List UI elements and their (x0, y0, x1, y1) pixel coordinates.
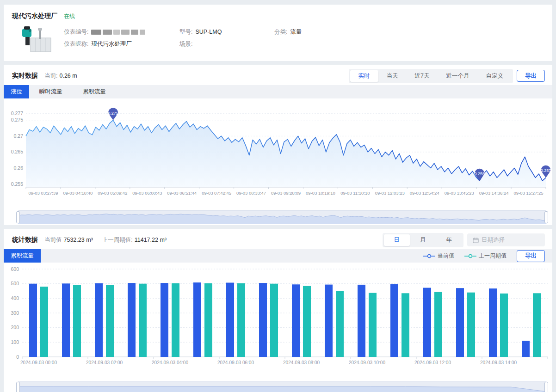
metric-tab-cumulative[interactable]: 累积流量 (4, 249, 41, 263)
line-chart-zoom-slider[interactable] (18, 210, 547, 224)
period-tab-day[interactable]: 日 (384, 234, 410, 246)
range-tab-lastmonth[interactable]: 近一个月 (438, 70, 478, 82)
stats-previous-value: 11417.22 m³ (135, 237, 167, 243)
legend-current-icon (423, 254, 435, 258)
svg-text:09-03 12:54:24: 09-03 12:54:24 (410, 190, 439, 196)
stats-export-button[interactable]: 导出 (517, 250, 545, 262)
metric-tab-instant-flow[interactable]: 瞬时流量 (29, 85, 73, 98)
svg-text:09-03 07:42:45: 09-03 07:42:45 (202, 190, 231, 196)
nickname-label: 仪表昵称: (64, 40, 88, 48)
legend-previous-label: 上一周期值 (479, 252, 507, 260)
field-scene: 场景: (179, 40, 274, 48)
svg-text:400: 400 (11, 295, 19, 301)
serial-label: 仪表编号: (64, 28, 88, 36)
stats-metric-tabs: 累积流量 当前值 上一周期值 导出 (4, 249, 552, 263)
serial-redacted (91, 30, 145, 35)
svg-text:0: 0 (16, 354, 19, 360)
device-title: 现代污水处理厂 (12, 12, 57, 20)
online-status-badge: 在线 (64, 12, 75, 20)
svg-text:09-03 13:45:23: 09-03 13:45:23 (445, 190, 474, 196)
device-photo (14, 25, 54, 55)
field-category: 分类: 流量 (274, 28, 469, 36)
svg-text:09-03 06:51:44: 09-03 06:51:44 (167, 190, 197, 196)
svg-text:0.265: 0.265 (11, 149, 23, 154)
stats-current-label: 当前值 (44, 237, 62, 243)
stats-section-card: 统计数据 当前值7532.23 m³ 上一周期值:11417.22 m³ 日 月… (4, 229, 552, 392)
svg-text:09-03 08:33:47: 09-03 08:33:47 (236, 190, 266, 196)
nickname-value: 现代污水处理厂 (91, 40, 132, 48)
svg-text:2024-09-03 06:00: 2024-09-03 06:00 (217, 360, 254, 365)
svg-text:09-03 15:27:25: 09-03 15:27:25 (514, 190, 544, 196)
range-tab-custom[interactable]: 自定义 (478, 70, 512, 82)
period-tab-year[interactable]: 年 (436, 234, 463, 246)
realtime-title: 实时数据 (12, 72, 38, 80)
stats-current: 当前值7532.23 m³ (44, 236, 93, 244)
zoom-handle-right[interactable] (544, 211, 548, 223)
field-serial: 仪表编号: (64, 28, 179, 36)
zoom-handle-left[interactable] (16, 382, 20, 392)
svg-text:200: 200 (11, 325, 19, 330)
calendar-icon (473, 237, 479, 243)
svg-text:0.27: 0.27 (14, 133, 24, 139)
svg-text:600: 600 (11, 266, 19, 272)
cumulative-bar-chart: 01002003004005006002024-09-03 00:002024-… (4, 263, 552, 376)
scene-label: 场景: (179, 40, 192, 48)
svg-text:0.277: 0.277 (11, 110, 23, 116)
realtime-current: 当前:0.26 m (44, 72, 77, 80)
stats-current-value: 7532.23 m³ (64, 237, 93, 243)
time-range-segmented: 实时 当天 近7天 近一个月 自定义 (349, 69, 513, 83)
field-nickname: 仪表昵称: 现代污水处理厂 (64, 40, 179, 48)
svg-text:09-03 05:09:42: 09-03 05:09:42 (98, 190, 127, 196)
model-value: SUP-LMQ (195, 29, 222, 35)
svg-text:09-03 09:28:09: 09-03 09:28:09 (271, 190, 301, 196)
date-picker[interactable]: 日期选择 (467, 233, 545, 246)
legend-current[interactable]: 当前值 (423, 252, 454, 260)
svg-text:09-03 11:10:10: 09-03 11:10:10 (340, 190, 370, 196)
svg-text:09-03 10:19:10: 09-03 10:19:10 (306, 190, 335, 196)
svg-text:0.26: 0.26 (14, 165, 24, 171)
svg-text:2024-09-03 04:00: 2024-09-03 04:00 (152, 360, 188, 365)
bar-chart-zoom-slider[interactable] (18, 381, 547, 392)
category-value: 流量 (290, 28, 302, 36)
svg-text:2024-09-03 14:00: 2024-09-03 14:00 (480, 360, 517, 365)
metric-tab-cumulative-flow[interactable]: 累积流量 (73, 85, 116, 98)
svg-text:300: 300 (11, 310, 19, 316)
zoom-handle-left[interactable] (16, 211, 20, 223)
range-tab-today[interactable]: 当天 (378, 70, 407, 82)
zoom-handle-right[interactable] (544, 382, 548, 392)
svg-text:0.256: 0.256 (474, 172, 485, 176)
svg-text:09-03 14:36:24: 09-03 14:36:24 (479, 190, 509, 196)
svg-text:0.255: 0.255 (11, 181, 23, 187)
legend-previous[interactable]: 上一周期值 (464, 252, 507, 260)
svg-text:100: 100 (11, 339, 19, 345)
svg-text:09-03 12:03:23: 09-03 12:03:23 (375, 190, 405, 196)
date-picker-placeholder: 日期选择 (482, 236, 505, 244)
svg-text:09-03 03:27:39: 09-03 03:27:39 (29, 190, 58, 196)
svg-text:500: 500 (11, 281, 19, 286)
realtime-section-card: 实时数据 当前:0.26 m 实时 当天 近7天 近一个月 自定义 导出 液位 … (4, 65, 552, 225)
model-label: 型号: (179, 28, 192, 36)
stats-previous-label: 上一周期值: (102, 237, 133, 243)
range-tab-last7days[interactable]: 近7天 (407, 70, 438, 82)
metric-tab-level[interactable]: 液位 (4, 85, 29, 98)
zoom-slider-preview (18, 381, 546, 392)
zoom-slider-preview (18, 211, 546, 224)
stats-previous: 上一周期值:11417.22 m³ (102, 236, 167, 244)
svg-text:2024-09-03 00:00: 2024-09-03 00:00 (20, 360, 57, 365)
realtime-metric-tabs: 液位 瞬时流量 累积流量 (4, 85, 552, 98)
realtime-export-button[interactable]: 导出 (517, 70, 545, 82)
svg-text:0.275: 0.275 (11, 117, 23, 122)
stats-title: 统计数据 (12, 236, 38, 244)
svg-text:0.275: 0.275 (108, 111, 118, 116)
svg-text:09-03 04:18:40: 09-03 04:18:40 (63, 190, 93, 196)
svg-text:2024-09-03 08:00: 2024-09-03 08:00 (283, 360, 320, 365)
legend-current-label: 当前值 (438, 252, 454, 260)
device-header-card: 现代污水处理厂 在线 仪表编号: 型号: SUP-LMQ (4, 5, 552, 61)
period-tab-month[interactable]: 月 (410, 234, 436, 246)
realtime-current-label: 当前: (44, 73, 57, 79)
range-tab-realtime[interactable]: 实时 (350, 70, 378, 82)
svg-text:2024-09-03 12:00: 2024-09-03 12:00 (414, 360, 451, 365)
field-model: 型号: SUP-LMQ (179, 28, 274, 36)
svg-text:09-03 06:00:43: 09-03 06:00:43 (132, 190, 162, 196)
svg-text:2024-09-03 10:00: 2024-09-03 10:00 (349, 360, 385, 365)
